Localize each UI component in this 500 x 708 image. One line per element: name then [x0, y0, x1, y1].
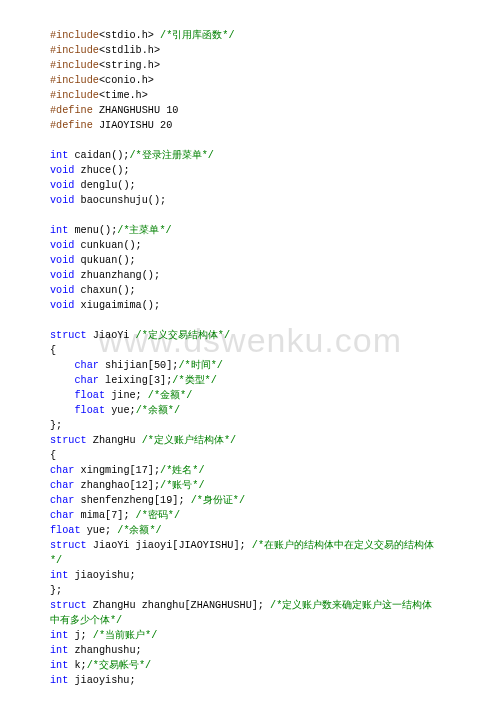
code-token: JiaoYi — [87, 330, 136, 341]
code-token: zhuanzhang(); — [74, 270, 160, 281]
code-token: struct — [50, 540, 87, 551]
code-token: #include — [50, 90, 99, 101]
code-token: JiaoYi jiaoyi[JIAOYISHU]; — [87, 540, 252, 551]
code-token: void — [50, 240, 74, 251]
code-token: { — [50, 345, 56, 356]
code-token: <string.h> — [99, 60, 160, 71]
code-token: xingming[17]; — [74, 465, 160, 476]
code-token: zhanghushu; — [68, 645, 141, 656]
code-token: void — [50, 165, 74, 176]
code-token: /*定义交易结构体*/ — [136, 330, 230, 341]
code-token: k; — [68, 660, 86, 671]
code-token: <stdio.h> — [99, 30, 160, 41]
code-token: #include — [50, 75, 99, 86]
code-token: /*在账户的结构体中在定义交易的结构体 — [252, 540, 434, 551]
code-token: /*余额*/ — [136, 405, 180, 416]
code-token: qukuan(); — [74, 255, 135, 266]
code-token: #include — [50, 30, 99, 41]
code-token: float — [74, 390, 105, 401]
code-token: int — [50, 570, 68, 581]
code-token: int — [50, 225, 68, 236]
code-token: struct — [50, 330, 87, 341]
code-token: zhuce(); — [74, 165, 129, 176]
code-token: /*姓名*/ — [160, 465, 204, 476]
code-token — [50, 375, 74, 386]
code-token: caidan(); — [68, 150, 129, 161]
code-token: { — [50, 450, 56, 461]
code-token: char — [74, 360, 98, 371]
code-token: /*余额*/ — [117, 525, 161, 536]
code-token: /*引用库函数*/ — [160, 30, 234, 41]
code-token: }; — [50, 420, 62, 431]
code-token: /*定义账户结构体*/ — [142, 435, 236, 446]
code-token: char — [50, 480, 74, 491]
code-token: /*交易帐号*/ — [87, 660, 151, 671]
code-token: JIAOYISHU 20 — [93, 120, 172, 131]
code-token: denglu(); — [74, 180, 135, 191]
code-token: void — [50, 180, 74, 191]
code-token: /*身份证*/ — [191, 495, 245, 506]
code-token: char — [50, 510, 74, 521]
code-token: /*登录注册菜单*/ — [129, 150, 213, 161]
code-token: <time.h> — [99, 90, 148, 101]
code-token: 中有多少个体*/ — [50, 615, 122, 626]
code-token: char — [50, 495, 74, 506]
code-token: char — [74, 375, 98, 386]
code-token: mima[7]; — [74, 510, 135, 521]
code-token: ZhangHu — [87, 435, 142, 446]
code-token: int — [50, 630, 68, 641]
code-token: /*金额*/ — [148, 390, 192, 401]
code-token — [50, 405, 74, 416]
code-token: jiaoyishu; — [68, 675, 135, 686]
code-block: #include<stdio.h> /*引用库函数*/ #include<std… — [0, 0, 500, 688]
code-token: menu(); — [68, 225, 117, 236]
code-token: void — [50, 300, 74, 311]
code-token: /*当前账户*/ — [93, 630, 157, 641]
code-token: shenfenzheng[19]; — [74, 495, 190, 506]
code-token: int — [50, 660, 68, 671]
code-token: int — [50, 675, 68, 686]
code-token: struct — [50, 435, 87, 446]
code-token: <stdlib.h> — [99, 45, 160, 56]
code-token: void — [50, 255, 74, 266]
code-token: /*密码*/ — [136, 510, 180, 521]
code-token: chaxun(); — [74, 285, 135, 296]
code-token: float — [74, 405, 105, 416]
code-token: <conio.h> — [99, 75, 154, 86]
code-token: #include — [50, 45, 99, 56]
code-token: /*时间*/ — [178, 360, 222, 371]
code-token: int — [50, 645, 68, 656]
code-token: int — [50, 150, 68, 161]
code-token: */ — [50, 555, 62, 566]
code-token: j; — [68, 630, 92, 641]
code-token: baocunshuju(); — [74, 195, 166, 206]
code-token: /*主菜单*/ — [117, 225, 171, 236]
code-token: yue; — [105, 405, 136, 416]
code-token: void — [50, 285, 74, 296]
code-token: shijian[50]; — [99, 360, 178, 371]
code-token: /*定义账户数来确定账户这一结构体 — [270, 600, 432, 611]
code-token: jine; — [105, 390, 148, 401]
code-token — [50, 360, 74, 371]
code-token: void — [50, 195, 74, 206]
code-token — [50, 390, 74, 401]
code-token: /*类型*/ — [172, 375, 216, 386]
code-token: /*账号*/ — [160, 480, 204, 491]
code-token: char — [50, 465, 74, 476]
code-token: #define — [50, 105, 93, 116]
code-token: jiaoyishu; — [68, 570, 135, 581]
code-token: #include — [50, 60, 99, 71]
code-token: xiugaimima(); — [74, 300, 160, 311]
code-token: #define — [50, 120, 93, 131]
code-token: yue; — [81, 525, 118, 536]
code-token: float — [50, 525, 81, 536]
code-token: ZhangHu zhanghu[ZHANGHUSHU]; — [87, 600, 270, 611]
code-token: struct — [50, 600, 87, 611]
code-token: void — [50, 270, 74, 281]
code-token: cunkuan(); — [74, 240, 141, 251]
code-token: }; — [50, 585, 62, 596]
code-token: leixing[3]; — [99, 375, 172, 386]
code-token: ZHANGHUSHU 10 — [93, 105, 179, 116]
code-token: zhanghao[12]; — [74, 480, 160, 491]
